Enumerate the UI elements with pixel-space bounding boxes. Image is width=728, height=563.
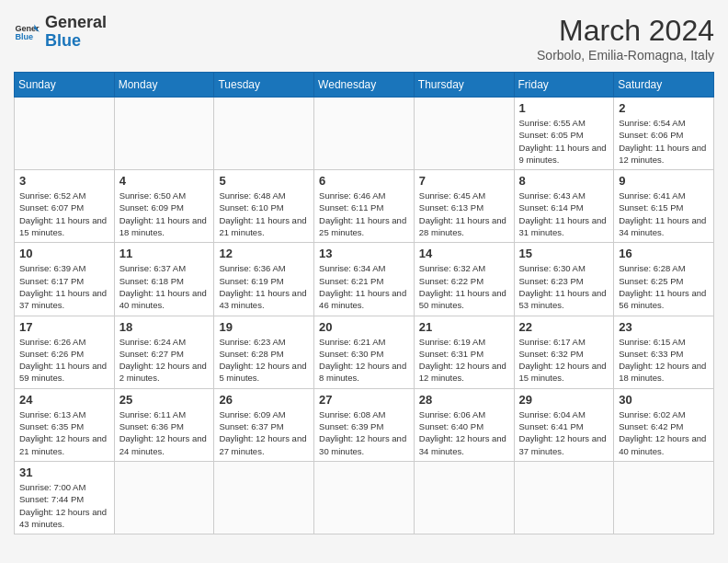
calendar-cell — [214, 98, 314, 170]
calendar-week-row: 31Sunrise: 7:00 AM Sunset: 7:44 PM Dayli… — [15, 461, 714, 534]
calendar-cell — [15, 98, 115, 170]
day-info: Sunrise: 6:54 AM Sunset: 6:06 PM Dayligh… — [619, 117, 709, 166]
calendar-cell: 10Sunrise: 6:39 AM Sunset: 6:17 PM Dayli… — [15, 243, 115, 316]
day-number: 2 — [619, 101, 709, 115]
day-number: 24 — [19, 393, 109, 407]
day-number: 18 — [119, 320, 210, 334]
day-number: 14 — [419, 247, 509, 260]
calendar-week-row: 1Sunrise: 6:55 AM Sunset: 6:05 PM Daylig… — [15, 98, 714, 170]
calendar-cell: 2Sunrise: 6:54 AM Sunset: 6:06 PM Daylig… — [614, 98, 714, 170]
day-info: Sunrise: 6:19 AM Sunset: 6:31 PM Dayligh… — [419, 336, 509, 385]
day-number: 1 — [519, 101, 609, 115]
calendar-table: SundayMondayTuesdayWednesdayThursdayFrid… — [14, 72, 714, 534]
day-info: Sunrise: 6:43 AM Sunset: 6:14 PM Dayligh… — [519, 190, 609, 238]
day-info: Sunrise: 6:55 AM Sunset: 6:05 PM Dayligh… — [519, 117, 609, 166]
day-number: 26 — [219, 393, 309, 407]
day-info: Sunrise: 6:32 AM Sunset: 6:22 PM Dayligh… — [419, 262, 509, 311]
day-number: 16 — [619, 247, 709, 260]
day-info: Sunrise: 6:52 AM Sunset: 6:07 PM Dayligh… — [19, 190, 109, 238]
day-number: 11 — [119, 247, 210, 260]
day-number: 25 — [119, 393, 210, 407]
logo: General Blue General Blue — [14, 14, 107, 51]
column-header-saturday: Saturday — [614, 73, 714, 98]
day-info: Sunrise: 6:02 AM Sunset: 6:42 PM Dayligh… — [619, 408, 709, 457]
day-info: Sunrise: 6:36 AM Sunset: 6:19 PM Dayligh… — [219, 262, 309, 311]
day-info: Sunrise: 6:26 AM Sunset: 6:26 PM Dayligh… — [19, 336, 109, 385]
day-number: 7 — [419, 174, 509, 188]
day-number: 10 — [19, 247, 109, 260]
calendar-cell — [214, 461, 314, 534]
calendar-cell: 23Sunrise: 6:15 AM Sunset: 6:33 PM Dayli… — [614, 316, 714, 388]
calendar-cell: 5Sunrise: 6:48 AM Sunset: 6:10 PM Daylig… — [214, 170, 314, 243]
day-info: Sunrise: 6:23 AM Sunset: 6:28 PM Dayligh… — [219, 336, 309, 385]
day-info: Sunrise: 6:30 AM Sunset: 6:23 PM Dayligh… — [519, 262, 609, 311]
column-header-wednesday: Wednesday — [314, 73, 415, 98]
calendar-cell — [314, 461, 415, 534]
day-number: 23 — [619, 320, 709, 334]
day-info: Sunrise: 6:39 AM Sunset: 6:17 PM Dayligh… — [19, 262, 109, 311]
calendar-cell: 19Sunrise: 6:23 AM Sunset: 6:28 PM Dayli… — [214, 316, 314, 388]
day-number: 30 — [619, 393, 709, 407]
day-info: Sunrise: 6:28 AM Sunset: 6:25 PM Dayligh… — [619, 262, 709, 311]
calendar-cell — [514, 461, 614, 534]
calendar-cell: 7Sunrise: 6:45 AM Sunset: 6:13 PM Daylig… — [414, 170, 514, 243]
day-info: Sunrise: 6:15 AM Sunset: 6:33 PM Dayligh… — [619, 336, 709, 385]
calendar-cell: 26Sunrise: 6:09 AM Sunset: 6:37 PM Dayli… — [214, 388, 314, 461]
day-number: 28 — [419, 393, 509, 407]
day-info: Sunrise: 6:04 AM Sunset: 6:41 PM Dayligh… — [519, 408, 609, 457]
calendar-week-row: 10Sunrise: 6:39 AM Sunset: 6:17 PM Dayli… — [15, 243, 714, 316]
column-header-monday: Monday — [114, 73, 214, 98]
calendar-week-row: 17Sunrise: 6:26 AM Sunset: 6:26 PM Dayli… — [15, 316, 714, 388]
day-number: 21 — [419, 320, 509, 334]
month-title: March 2024 — [537, 14, 714, 48]
calendar-cell: 8Sunrise: 6:43 AM Sunset: 6:14 PM Daylig… — [514, 170, 614, 243]
calendar-cell: 25Sunrise: 6:11 AM Sunset: 6:36 PM Dayli… — [114, 388, 214, 461]
day-number: 20 — [319, 320, 409, 334]
day-info: Sunrise: 6:45 AM Sunset: 6:13 PM Dayligh… — [419, 190, 509, 238]
column-header-tuesday: Tuesday — [214, 73, 314, 98]
column-header-thursday: Thursday — [414, 73, 514, 98]
day-info: Sunrise: 6:11 AM Sunset: 6:36 PM Dayligh… — [119, 408, 210, 457]
calendar-cell: 11Sunrise: 6:37 AM Sunset: 6:18 PM Dayli… — [114, 243, 214, 316]
calendar-cell: 15Sunrise: 6:30 AM Sunset: 6:23 PM Dayli… — [514, 243, 614, 316]
calendar-cell: 21Sunrise: 6:19 AM Sunset: 6:31 PM Dayli… — [414, 316, 514, 388]
day-number: 5 — [219, 174, 309, 188]
logo-blue-text: Blue — [45, 32, 107, 51]
day-number: 17 — [19, 320, 109, 334]
calendar-cell: 6Sunrise: 6:46 AM Sunset: 6:11 PM Daylig… — [314, 170, 415, 243]
calendar-cell: 12Sunrise: 6:36 AM Sunset: 6:19 PM Dayli… — [214, 243, 314, 316]
day-info: Sunrise: 6:24 AM Sunset: 6:27 PM Dayligh… — [119, 336, 210, 385]
calendar-cell: 30Sunrise: 6:02 AM Sunset: 6:42 PM Dayli… — [614, 388, 714, 461]
svg-text:Blue: Blue — [15, 32, 33, 41]
day-info: Sunrise: 6:48 AM Sunset: 6:10 PM Dayligh… — [219, 190, 309, 238]
calendar-cell — [414, 98, 514, 170]
calendar-cell: 16Sunrise: 6:28 AM Sunset: 6:25 PM Dayli… — [614, 243, 714, 316]
day-number: 27 — [319, 393, 409, 407]
calendar-cell: 24Sunrise: 6:13 AM Sunset: 6:35 PM Dayli… — [15, 388, 115, 461]
day-number: 22 — [519, 320, 609, 334]
calendar-cell: 1Sunrise: 6:55 AM Sunset: 6:05 PM Daylig… — [514, 98, 614, 170]
calendar-week-row: 3Sunrise: 6:52 AM Sunset: 6:07 PM Daylig… — [15, 170, 714, 243]
logo-general-text: General — [45, 14, 107, 32]
calendar-cell: 27Sunrise: 6:08 AM Sunset: 6:39 PM Dayli… — [314, 388, 415, 461]
calendar-header-row: SundayMondayTuesdayWednesdayThursdayFrid… — [15, 73, 714, 98]
calendar-week-row: 24Sunrise: 6:13 AM Sunset: 6:35 PM Dayli… — [15, 388, 714, 461]
calendar-cell — [114, 98, 214, 170]
calendar-cell: 4Sunrise: 6:50 AM Sunset: 6:09 PM Daylig… — [114, 170, 214, 243]
day-info: Sunrise: 6:13 AM Sunset: 6:35 PM Dayligh… — [19, 408, 109, 457]
day-info: Sunrise: 6:46 AM Sunset: 6:11 PM Dayligh… — [319, 190, 409, 238]
day-info: Sunrise: 6:37 AM Sunset: 6:18 PM Dayligh… — [119, 262, 210, 311]
header: General Blue General Blue March 2024 Sor… — [14, 14, 714, 63]
day-number: 6 — [319, 174, 409, 188]
calendar-cell: 14Sunrise: 6:32 AM Sunset: 6:22 PM Dayli… — [414, 243, 514, 316]
calendar-cell — [114, 461, 214, 534]
day-number: 31 — [19, 465, 109, 479]
day-info: Sunrise: 6:41 AM Sunset: 6:15 PM Dayligh… — [619, 190, 709, 238]
calendar-cell: 9Sunrise: 6:41 AM Sunset: 6:15 PM Daylig… — [614, 170, 714, 243]
logo-icon: General Blue — [14, 19, 40, 45]
calendar-cell: 20Sunrise: 6:21 AM Sunset: 6:30 PM Dayli… — [314, 316, 415, 388]
column-header-friday: Friday — [514, 73, 614, 98]
day-number: 3 — [19, 174, 109, 188]
calendar-cell — [414, 461, 514, 534]
day-number: 19 — [219, 320, 309, 334]
